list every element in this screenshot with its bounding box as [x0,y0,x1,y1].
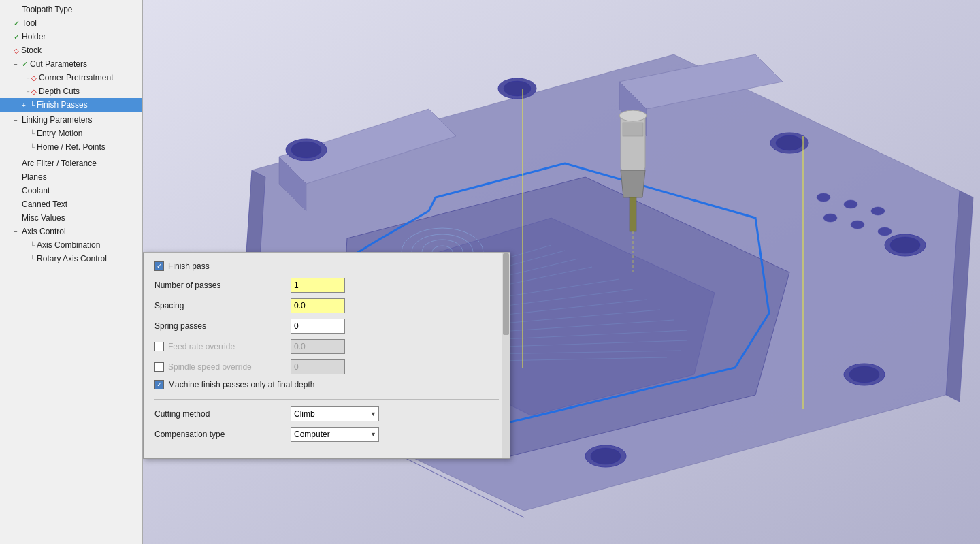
svg-point-44 [851,221,864,229]
sidebar-item-label: Rotary Axis Control [37,254,107,263]
finish-passes-panel: ✓ Finish pass Number of passes Spacing S… [143,252,510,459]
check-icon: ✓ [14,19,20,28]
spacer-icon [14,174,20,181]
spindle-speed-checkbox[interactable]: ✓ [154,362,164,372]
finish-pass-label: Finish pass [168,261,210,271]
spindle-speed-row: ✓ Spindle speed override [154,359,499,374]
sidebar-item-holder[interactable]: ✓ Holder [0,30,142,44]
finish-pass-row: ✓ Finish pass [154,261,499,271]
sidebar-item-toolpath-type[interactable]: Toolpath Type [0,3,142,16]
spacing-row: Spacing [154,298,499,313]
sidebar-item-label: Stock [21,46,42,55]
svg-point-45 [878,227,892,236]
panel-scrollbar[interactable] [502,253,510,458]
svg-point-33 [776,135,803,150]
sidebar-item-label: Coolant [22,186,50,195]
sidebar-item-label: Canned Text [22,199,67,209]
sidebar-item-stock[interactable]: ◇ Stock [0,44,142,57]
sidebar-item-label: Cut Parameters [30,59,87,69]
sidebar-item-depth-cuts[interactable]: └ ◇ Depth Cuts [0,84,142,98]
tree-connector: └ [24,74,29,82]
tree-connector: └ [24,88,29,95]
number-of-passes-input[interactable] [291,278,345,293]
sidebar-item-axis-combination[interactable]: └ Axis Combination [0,238,142,252]
sidebar-item-arc-filter-tolerance[interactable]: Arc Filter / Tolerance [0,157,142,170]
spring-passes-row: Spring passes [154,319,499,334]
check-icon: ✓ [14,33,20,42]
svg-point-31 [504,81,531,96]
sidebar-item-label: Finish Passes [37,100,88,110]
spring-passes-input[interactable] [291,319,345,334]
sidebar-item-finish-passes[interactable]: + └ Finish Passes [0,98,142,112]
sidebar-item-home-ref-points[interactable]: └ Home / Ref. Points [0,140,142,154]
sidebar: Toolpath Type ✓ Tool ✓ Holder ◇ Stock − … [0,0,143,544]
sidebar-item-coolant[interactable]: Coolant [0,184,142,197]
sidebar-item-label: Axis Combination [37,240,100,250]
feed-rate-checkbox[interactable]: ✓ [154,342,164,351]
check-icon: ✓ [22,60,28,69]
collapse-icon: − [14,116,20,124]
sidebar-item-label: Depth Cuts [39,86,80,96]
svg-point-43 [823,214,837,222]
sidebar-item-misc-values[interactable]: Misc Values [0,211,142,225]
sidebar-item-planes[interactable]: Planes [0,170,142,184]
tree-connector: └ [30,101,35,109]
svg-rect-49 [630,197,636,231]
sidebar-item-label: Linking Parameters [22,115,92,125]
compensation-type-select[interactable]: Computer Control Wear Reverse Wear Off [291,427,379,442]
svg-rect-47 [623,123,643,136]
tree-connector: └ [30,144,35,151]
cutting-method-dropdown-wrapper: Climb Conventional ▼ [291,406,379,421]
feed-rate-row: ✓ Feed rate override [154,339,499,354]
sidebar-item-label: Toolpath Type [22,5,73,14]
spacer-icon [14,160,20,167]
tree-connector: └ [30,255,35,263]
svg-point-39 [591,448,621,464]
svg-point-42 [871,207,885,215]
sidebar-item-label: Tool [22,18,37,28]
spacer-icon [14,187,20,195]
sidebar-item-linking-parameters[interactable]: − Linking Parameters [0,113,142,127]
scrollbar-thumb[interactable] [503,253,509,335]
sidebar-item-axis-control[interactable]: − Axis Control [0,225,142,238]
collapse-icon: − [14,61,20,68]
number-of-passes-row: Number of passes [154,278,499,293]
svg-point-50 [619,110,647,121]
machine-finish-label: Machine finish passes only at final dept… [168,380,314,389]
svg-point-41 [844,200,858,208]
sidebar-item-rotary-axis-control[interactable]: └ Rotary Axis Control [0,252,142,266]
cutting-method-row: Cutting method Climb Conventional ▼ [154,406,499,421]
machine-finish-checkbox[interactable]: ✓ [154,380,164,389]
diamond-icon: ◇ [14,47,19,54]
sidebar-item-tool[interactable]: ✓ Tool [0,16,142,30]
spacer-icon [14,201,20,208]
main-viewport: ✓ Finish pass Number of passes Spacing S… [143,0,980,544]
sidebar-item-label: Arc Filter / Tolerance [22,159,97,168]
spacer-icon [14,214,20,222]
finish-pass-checkbox[interactable]: ✓ [154,261,164,271]
sidebar-item-label: Entry Motion [37,129,82,138]
sidebar-item-label: Misc Values [22,213,65,223]
spindle-speed-input[interactable] [291,359,345,374]
spacing-label: Spacing [154,301,291,310]
tree-connector: └ [30,242,35,249]
feed-rate-label: Feed rate override [168,342,235,351]
sidebar-item-label: Corner Pretreatment [39,73,113,82]
feed-rate-input[interactable] [291,339,345,354]
spacer-icon [14,6,20,14]
sidebar-item-label: Planes [22,172,47,182]
tree-connector: └ [30,130,35,138]
check-mark: ✓ [157,263,162,270]
sidebar-item-canned-text[interactable]: Canned Text [0,197,142,211]
collapse-icon: − [14,228,20,236]
sidebar-item-cut-parameters[interactable]: − ✓ Cut Parameters [0,57,142,71]
cutting-method-select[interactable]: Climb Conventional [291,406,379,421]
spring-passes-label: Spring passes [154,321,291,331]
panel-divider [154,399,499,400]
sidebar-item-entry-motion[interactable]: └ Entry Motion [0,127,142,140]
sidebar-item-corner-pretreatment[interactable]: └ ◇ Corner Pretreatment [0,71,142,84]
cutting-method-label: Cutting method [154,409,291,419]
sidebar-item-label: Axis Control [22,227,66,236]
svg-marker-48 [621,170,645,197]
spacing-input[interactable] [291,298,345,313]
